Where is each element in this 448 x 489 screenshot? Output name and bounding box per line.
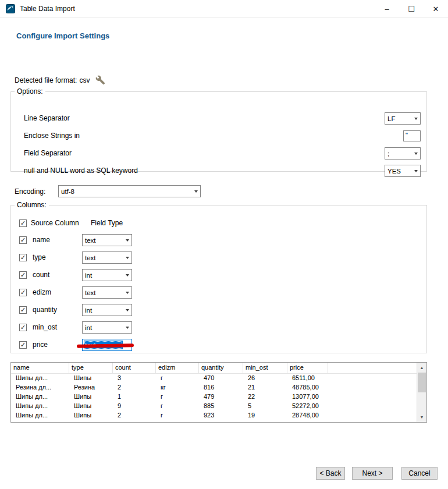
options-group: Options: Line Separator LF Enclose Strin… bbox=[10, 87, 427, 172]
window-title: Table Data Import bbox=[20, 5, 75, 13]
cell: Шипы дл... bbox=[11, 411, 69, 420]
cell: Резина bbox=[69, 383, 113, 392]
chevron-down-icon bbox=[411, 165, 420, 176]
check-icon: ✓ bbox=[20, 307, 26, 313]
vertical-scrollbar[interactable]: ▲ ▼ bbox=[417, 363, 426, 422]
chevron-down-icon bbox=[123, 287, 131, 298]
app-icon bbox=[6, 4, 15, 13]
cell: Шипы дл... bbox=[11, 374, 69, 383]
column-header: edizm bbox=[156, 363, 199, 373]
cell: 923 bbox=[199, 411, 243, 420]
check-icon: ✓ bbox=[20, 254, 26, 261]
null-keyword-select[interactable]: YES bbox=[385, 165, 421, 177]
table-data-import-window: Table Data Import – ☐ ✕ Configure Import… bbox=[0, 0, 448, 489]
cell: г bbox=[156, 411, 199, 420]
field-type-select[interactable]: int bbox=[82, 304, 132, 316]
cell: 52272,00 bbox=[287, 402, 328, 411]
cell: 479 bbox=[199, 392, 243, 402]
column-checkbox[interactable]: ✓ bbox=[19, 289, 27, 296]
wrench-icon[interactable] bbox=[95, 75, 105, 85]
cell: г bbox=[156, 374, 199, 383]
chevron-down-icon bbox=[123, 304, 131, 316]
field-type-select[interactable]: text bbox=[82, 234, 132, 246]
encoding-select[interactable]: utf-8 bbox=[58, 185, 201, 197]
scroll-up-icon[interactable]: ▲ bbox=[417, 363, 426, 373]
column-name: edizm bbox=[33, 288, 51, 296]
check-icon: ✓ bbox=[20, 289, 26, 296]
cell: 26 bbox=[243, 374, 287, 383]
enclose-strings-input[interactable]: " bbox=[403, 130, 421, 141]
cell: 885 bbox=[199, 402, 243, 411]
scrollbar-thumb[interactable] bbox=[418, 373, 426, 392]
columns-group-label: Columns: bbox=[15, 201, 49, 209]
cancel-button[interactable]: Cancel bbox=[401, 467, 438, 480]
select-all-checkbox[interactable]: ✓ bbox=[19, 219, 27, 227]
column-row-name: ✓ name text bbox=[11, 234, 426, 246]
title-bar: Table Data Import – ☐ ✕ bbox=[0, 0, 448, 18]
column-checkbox[interactable]: ✓ bbox=[19, 271, 27, 279]
table-row: Резина дл... Резина 2 кг 816 21 48785,00 bbox=[11, 383, 417, 392]
column-header: type bbox=[69, 363, 113, 373]
column-row-count: ✓ count int bbox=[11, 269, 426, 281]
check-icon: ✓ bbox=[20, 324, 26, 331]
column-checkbox[interactable]: ✓ bbox=[19, 236, 27, 244]
cell: 22 bbox=[243, 392, 287, 402]
minimize-button[interactable]: – bbox=[375, 0, 399, 17]
cell: Резина дл... bbox=[11, 383, 69, 392]
field-type-select[interactable]: text bbox=[82, 286, 132, 299]
column-checkbox[interactable]: ✓ bbox=[19, 324, 27, 331]
next-button[interactable]: Next > bbox=[352, 467, 393, 480]
chevron-down-icon bbox=[411, 148, 420, 159]
column-name: name bbox=[33, 236, 50, 244]
preview-table: name type count edizm quantity min_ost p… bbox=[10, 362, 427, 423]
field-type-select[interactable]: int bbox=[82, 321, 132, 334]
field-type-select[interactable]: int bbox=[82, 269, 132, 281]
source-column-header: Source Column bbox=[31, 219, 79, 227]
back-button[interactable]: < Back bbox=[316, 467, 345, 480]
column-header: count bbox=[113, 363, 156, 373]
cell: 2 bbox=[113, 383, 156, 392]
column-name: min_ost bbox=[33, 323, 57, 331]
scroll-down-icon[interactable]: ▼ bbox=[417, 412, 426, 422]
cell: кг bbox=[156, 383, 199, 392]
column-checkbox[interactable]: ✓ bbox=[19, 341, 27, 349]
field-separator-row: Field Separator ; bbox=[11, 147, 426, 160]
cell: Шипы bbox=[69, 402, 113, 411]
line-separator-row: Line Separator LF bbox=[11, 112, 426, 125]
chevron-down-icon bbox=[123, 322, 131, 333]
enclose-strings-label: Enclose Strings in bbox=[24, 132, 80, 140]
detected-file-format: Detected file format: csv bbox=[15, 75, 105, 85]
line-separator-select[interactable]: LF bbox=[385, 112, 421, 125]
columns-header-row: ✓ Source Column Field Type bbox=[11, 218, 426, 230]
columns-group: Columns: ✓ Source Column Field Type ✓ na… bbox=[10, 201, 427, 353]
column-name: count bbox=[33, 271, 49, 279]
column-header: name bbox=[11, 363, 69, 373]
chevron-down-icon bbox=[123, 252, 131, 263]
column-checkbox[interactable]: ✓ bbox=[19, 306, 27, 314]
cell: 816 bbox=[199, 383, 243, 392]
page-title: Configure Import Settings bbox=[16, 31, 109, 40]
preview-table-header: name type count edizm quantity min_ost p… bbox=[11, 363, 417, 374]
cell: г bbox=[156, 392, 199, 402]
cell: 28748,00 bbox=[287, 411, 328, 420]
cell: 6511,00 bbox=[287, 374, 328, 383]
options-group-label: Options: bbox=[15, 87, 45, 95]
cell: Шипы bbox=[69, 374, 113, 383]
column-header: price bbox=[287, 363, 328, 373]
close-button[interactable]: ✕ bbox=[424, 0, 448, 17]
cell: 48785,00 bbox=[287, 383, 328, 392]
table-row: Шипы дл... Шипы 3 г 470 26 6511,00 bbox=[11, 374, 417, 383]
cell: 5 bbox=[243, 402, 287, 411]
column-checkbox[interactable]: ✓ bbox=[19, 254, 27, 261]
table-row: Шипы дл... Шипы 9 г 885 5 52272,00 bbox=[11, 402, 417, 411]
chevron-down-icon bbox=[123, 270, 131, 281]
maximize-button[interactable]: ☐ bbox=[399, 0, 424, 17]
cell: 2 bbox=[113, 411, 156, 420]
cell: Шипы дл... bbox=[11, 402, 69, 411]
field-separator-select[interactable]: ; bbox=[385, 147, 421, 160]
field-type-select[interactable]: text bbox=[82, 251, 132, 264]
chevron-down-icon bbox=[411, 113, 420, 124]
column-header-filler bbox=[328, 363, 417, 373]
column-row-price: ✓ price text bbox=[11, 339, 426, 351]
cell: 470 bbox=[199, 374, 243, 383]
